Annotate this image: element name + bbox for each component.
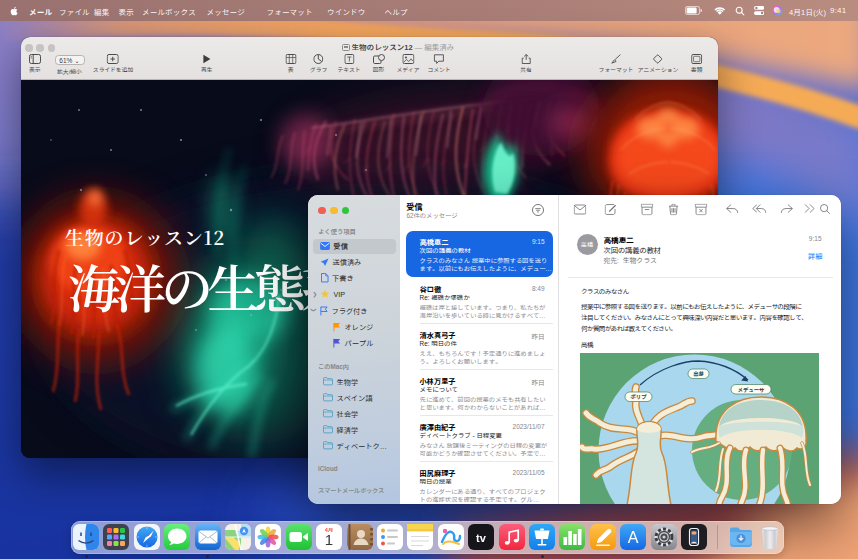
svg-text:A: A	[628, 529, 639, 546]
svg-text:1: 1	[325, 531, 333, 548]
svg-text:tv: tv	[476, 532, 487, 544]
